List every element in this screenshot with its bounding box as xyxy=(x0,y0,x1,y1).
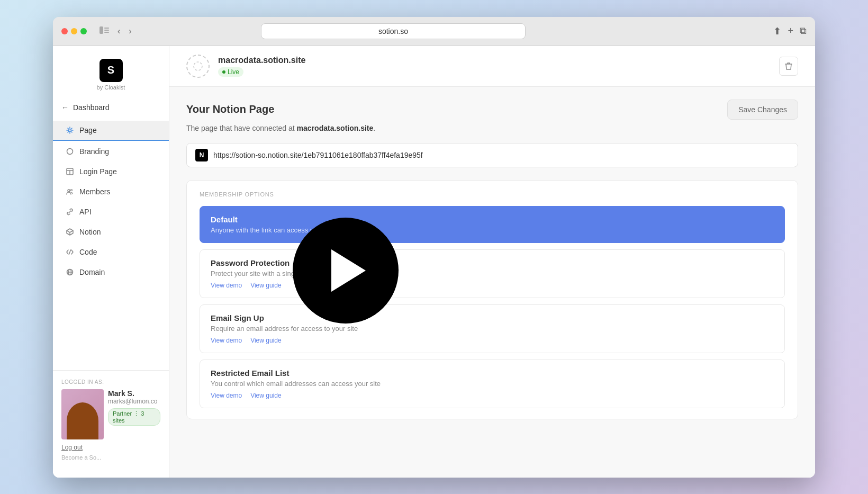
link-icon xyxy=(66,208,74,216)
svg-point-5 xyxy=(67,148,73,154)
close-button[interactable] xyxy=(61,28,68,34)
partner-badge: Partner ⋮ 3 sites xyxy=(108,408,160,426)
page-section: Your Notion Page Save Changes The page t… xyxy=(169,87,815,441)
sidebar-item-notion[interactable]: Notion xyxy=(57,222,165,241)
option-email-links: View demo View guide xyxy=(211,337,774,344)
restricted-view-demo-link[interactable]: View demo xyxy=(211,392,242,399)
share-icon[interactable]: ⬆ xyxy=(773,25,781,37)
password-view-demo-link[interactable]: View demo xyxy=(211,282,242,289)
page-title: Your Notion Page xyxy=(186,103,274,115)
svg-point-4 xyxy=(69,129,71,131)
back-arrow-icon: ← xyxy=(61,103,69,112)
user-email: marks@lumon.co xyxy=(108,398,160,405)
svg-rect-1 xyxy=(104,28,109,29)
svg-rect-3 xyxy=(104,32,109,33)
svg-rect-2 xyxy=(104,30,109,31)
option-restricted-desc: You control which email addresses can ac… xyxy=(211,380,774,388)
user-info: Mark S. marks@lumon.co Partner ⋮ 3 sites xyxy=(61,389,160,439)
option-restricted-links: View demo View guide xyxy=(211,392,774,399)
live-dot xyxy=(222,70,225,74)
maximize-button[interactable] xyxy=(80,28,87,34)
circle-icon xyxy=(66,147,74,156)
sidebar-item-members[interactable]: Members xyxy=(57,182,165,201)
log-out-link[interactable]: Log out xyxy=(61,444,160,451)
membership-options: Default Anyone with the link can access … xyxy=(200,206,785,408)
sidebar-item-members-label: Members xyxy=(79,187,110,196)
package-icon xyxy=(66,228,74,236)
people-icon xyxy=(66,187,74,196)
globe-icon xyxy=(66,268,74,276)
restricted-view-guide-link[interactable]: View guide xyxy=(250,392,282,399)
sidebar-item-domain-label: Domain xyxy=(79,268,105,276)
minimize-button[interactable] xyxy=(71,28,77,34)
table-icon xyxy=(66,167,74,176)
dashboard-label: Dashboard xyxy=(73,103,110,112)
notion-icon: N xyxy=(195,149,208,161)
back-button[interactable]: ‹ xyxy=(115,25,122,37)
option-restricted-title: Restricted Email List xyxy=(211,369,774,378)
svg-rect-0 xyxy=(100,26,103,34)
new-tab-icon[interactable]: + xyxy=(788,25,793,37)
section-description: The page that have connected at macrodat… xyxy=(186,124,798,132)
option-default[interactable]: Default Anyone with the link can access … xyxy=(200,206,785,243)
sidebar-item-login-page[interactable]: Login Page xyxy=(57,162,165,181)
notion-url-input[interactable]: N https://sotion-so.notion.site/1eb79110… xyxy=(186,143,798,167)
sidebar-item-api-label: API xyxy=(79,208,92,216)
membership-section: MEMBERSHIP OPTIONS Default Anyone with t… xyxy=(186,180,798,419)
section-header: Your Notion Page Save Changes xyxy=(186,100,798,120)
traffic-lights xyxy=(61,28,87,34)
sidebar-item-code[interactable]: Code xyxy=(57,242,165,262)
site-name: macrodata.sotion.site xyxy=(218,56,305,65)
site-name-block: macrodata.sotion.site Live xyxy=(218,56,305,77)
sidebar-item-login-page-label: Login Page xyxy=(79,167,117,176)
avatar xyxy=(61,389,104,439)
dashboard-link[interactable]: ← Dashboard xyxy=(53,99,169,120)
site-link: macrodata.sotion.site xyxy=(297,124,374,132)
svg-point-10 xyxy=(71,189,73,191)
save-changes-button[interactable]: Save Changes xyxy=(727,100,798,120)
main-content: macrodata.sotion.site Live Your xyxy=(169,46,815,478)
option-default-title: Default xyxy=(211,215,774,224)
become-sa-text: Become a So... xyxy=(61,454,160,461)
email-view-guide-link[interactable]: View guide xyxy=(250,337,282,344)
tabs-icon[interactable]: ⧉ xyxy=(800,25,807,37)
logged-in-label: LOGGED IN AS: xyxy=(61,379,160,385)
site-icon xyxy=(186,55,210,78)
notion-url-text: https://sotion-so.notion.site/1eb7911061… xyxy=(213,151,423,159)
video-overlay[interactable] xyxy=(293,218,399,324)
address-bar[interactable]: sotion.so xyxy=(261,23,526,39)
option-email-signup[interactable]: Email Sign Up Require an email address f… xyxy=(200,304,785,353)
site-info: macrodata.sotion.site Live xyxy=(186,55,305,78)
logo-box: S xyxy=(100,59,123,82)
sidebar-item-domain[interactable]: Domain xyxy=(57,263,165,282)
play-button-icon xyxy=(331,249,366,292)
sidebar-item-api[interactable]: API xyxy=(57,202,165,221)
delete-site-button[interactable] xyxy=(779,57,798,76)
password-view-guide-link[interactable]: View guide xyxy=(250,282,282,289)
site-header: macrodata.sotion.site Live xyxy=(169,46,815,87)
forward-button[interactable]: › xyxy=(126,25,133,37)
email-view-demo-link[interactable]: View demo xyxy=(211,337,242,344)
option-restricted-email[interactable]: Restricted Email List You control which … xyxy=(200,360,785,408)
user-details: Mark S. marks@lumon.co Partner ⋮ 3 sites xyxy=(108,389,160,426)
membership-section-wrapper: MEMBERSHIP OPTIONS Default Anyone with t… xyxy=(186,180,798,419)
sidebar-nav: Page Branding xyxy=(53,120,169,370)
membership-label: MEMBERSHIP OPTIONS xyxy=(200,191,785,197)
option-email-title: Email Sign Up xyxy=(211,313,774,322)
logo-tagline: by Cloakist xyxy=(97,84,125,91)
sidebar-item-code-label: Code xyxy=(79,248,97,256)
svg-point-9 xyxy=(68,190,70,192)
sidebar-logo: S by Cloakist xyxy=(53,55,169,99)
option-password-protection[interactable]: Password Protection Protect your site wi… xyxy=(200,249,785,298)
browser-actions: ⬆ + ⧉ xyxy=(773,25,807,37)
option-default-desc: Anyone with the link can access your sit… xyxy=(211,226,774,234)
sidebar-item-page-label: Page xyxy=(79,126,97,134)
live-badge: Live xyxy=(218,67,243,77)
live-label: Live xyxy=(228,68,239,76)
sidebar-item-branding[interactable]: Branding xyxy=(57,142,165,161)
option-email-desc: Require an email address for access to y… xyxy=(211,325,774,333)
browser-controls: ‹ › xyxy=(97,25,134,37)
sidebar-toggle-button[interactable] xyxy=(97,25,111,37)
browser-chrome: ‹ › sotion.so ⬆ + ⧉ xyxy=(53,17,815,46)
sidebar-item-page[interactable]: Page xyxy=(53,121,169,141)
